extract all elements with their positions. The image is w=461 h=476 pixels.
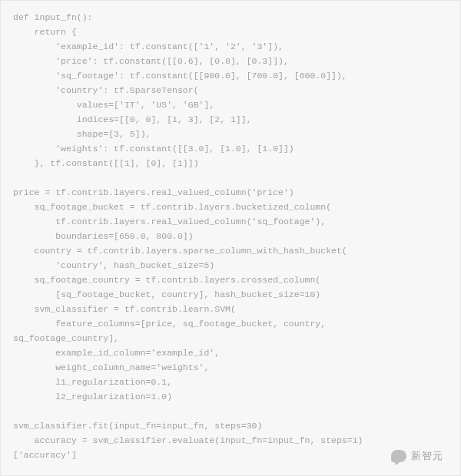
watermark-label: 新智元 bbox=[411, 449, 443, 463]
wechat-bubble-icon bbox=[391, 450, 406, 462]
watermark: 新智元 bbox=[391, 449, 443, 463]
code-snippet-card: def input_fn(): return { 'example_id': t… bbox=[0, 0, 461, 476]
code-block: def input_fn(): return { 'example_id': t… bbox=[13, 10, 453, 462]
